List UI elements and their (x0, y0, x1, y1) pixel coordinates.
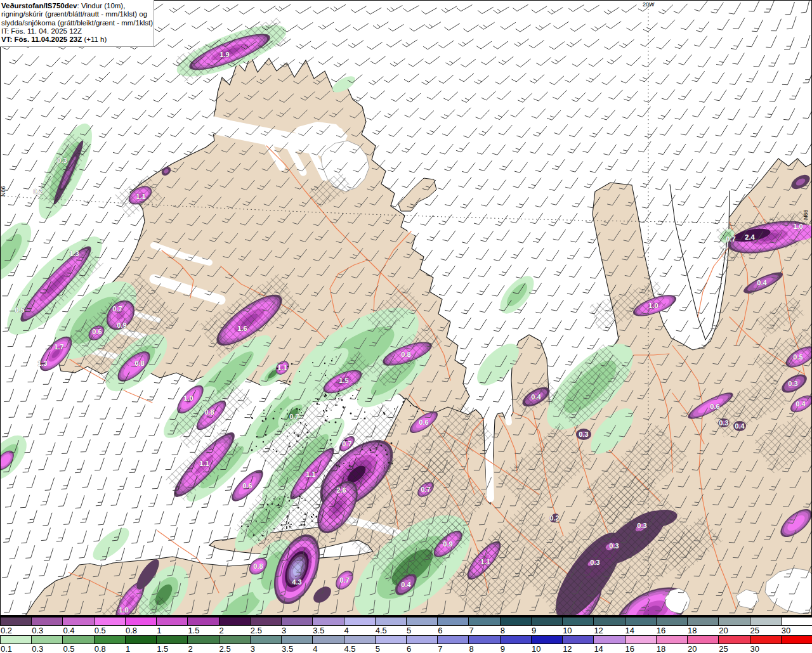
svg-text:0.7: 0.7 (112, 305, 122, 313)
svg-text:0.2: 0.2 (33, 188, 43, 195)
svg-text:0.8: 0.8 (401, 351, 410, 358)
svg-text:0.4: 0.4 (796, 400, 806, 408)
svg-text:1.7: 1.7 (54, 343, 63, 351)
svg-text:0.6: 0.6 (92, 328, 102, 335)
svg-text:0.6: 0.6 (710, 403, 719, 410)
svg-text:1.0: 1.0 (183, 394, 193, 402)
svg-text:0.7: 0.7 (289, 413, 299, 420)
svg-text:0.3: 0.3 (57, 157, 67, 164)
svg-text:0.8: 0.8 (204, 408, 214, 416)
svg-text:0.6: 0.6 (419, 418, 428, 426)
svg-text:0.4: 0.4 (757, 279, 767, 287)
svg-text:N66: N66 (0, 186, 6, 197)
svg-text:0.8: 0.8 (253, 562, 263, 570)
svg-text:1.1: 1.1 (199, 460, 209, 467)
svg-text:2.6: 2.6 (336, 486, 346, 494)
svg-text:0.3: 0.3 (637, 522, 646, 529)
svg-text:1.0: 1.0 (648, 302, 658, 309)
svg-text:0.9: 0.9 (117, 321, 126, 329)
svg-text:0.7: 0.7 (339, 576, 349, 584)
svg-text:0.5: 0.5 (15, 306, 24, 314)
svg-text:0.3: 0.3 (788, 380, 797, 387)
svg-text:1.0: 1.0 (119, 606, 128, 614)
svg-text:0.7: 0.7 (342, 440, 351, 448)
svg-text:0.3: 0.3 (719, 419, 728, 427)
svg-text:0.4: 0.4 (531, 393, 541, 401)
svg-text:1.1: 1.1 (136, 193, 145, 200)
svg-text:1.0: 1.0 (793, 223, 802, 230)
svg-text:0.5: 0.5 (793, 353, 802, 361)
svg-text:N66: N66 (802, 209, 809, 220)
svg-text:1.5: 1.5 (339, 377, 348, 384)
svg-text:2.4: 2.4 (745, 233, 755, 241)
svg-text:1.1: 1.1 (277, 364, 287, 372)
svg-text:0.4: 0.4 (401, 581, 411, 588)
svg-text:1.9: 1.9 (219, 51, 229, 58)
svg-text:1.1: 1.1 (306, 470, 315, 478)
svg-text:0.3: 0.3 (609, 542, 619, 550)
svg-text:0.8: 0.8 (134, 359, 144, 367)
svg-text:1.3: 1.3 (37, 359, 47, 367)
svg-text:0.3: 0.3 (579, 430, 588, 438)
svg-text:0.4: 0.4 (735, 422, 745, 430)
svg-text:0.9: 0.9 (443, 540, 452, 548)
svg-text:1.1: 1.1 (480, 558, 490, 566)
svg-text:1.3: 1.3 (69, 250, 79, 257)
svg-text:0.3: 0.3 (590, 559, 599, 566)
svg-text:0.7: 0.7 (726, 235, 735, 243)
svg-text:0.7: 0.7 (421, 486, 430, 493)
svg-text:0.6: 0.6 (242, 482, 252, 489)
svg-text:4.3: 4.3 (292, 578, 301, 586)
svg-text:1.6: 1.6 (237, 325, 247, 332)
svg-text:0.2: 0.2 (549, 514, 559, 522)
